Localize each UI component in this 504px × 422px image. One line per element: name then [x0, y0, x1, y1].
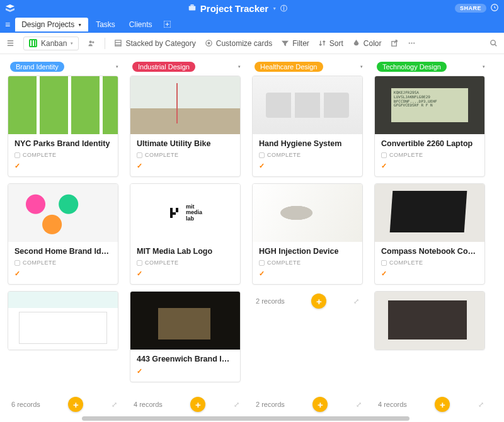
kanban-card[interactable]: [374, 291, 485, 350]
complete-check-icon: ✓: [381, 162, 387, 170]
kanban-card[interactable]: KQKEJFR29SALUVSLJAKNFLG0E29BFCCONF....DP…: [374, 76, 485, 177]
checkbox-icon: [137, 260, 142, 266]
tab-label: Clients: [129, 20, 152, 29]
expand-icon[interactable]: ⤢: [478, 401, 484, 409]
card-cover-image: [253, 76, 362, 134]
card-title: Hand Hygiene System: [259, 139, 356, 148]
card-title: HGH Injection Device: [259, 247, 356, 256]
column-header: Healthcare Design▾: [252, 62, 365, 76]
base-title-wrap[interactable]: Project Tracker ▼ ⓘ: [20, 3, 455, 14]
stacked-by-button[interactable]: Stacked by Category: [114, 39, 195, 48]
card-cover-image: [8, 184, 118, 242]
views-menu-button[interactable]: [6, 39, 14, 47]
record-count: 2 records: [256, 401, 285, 408]
filter-label: Filter: [292, 39, 309, 48]
checkbox-icon: [381, 152, 387, 158]
column-body[interactable]: KQKEJFR29SALUVSLJAKNFLG0E29BFCCONF....DP…: [374, 76, 488, 393]
card-status-label: COMPLETE: [389, 259, 423, 266]
kanban-column: Industrial Design▾Ultimate Utility BikeC…: [130, 62, 243, 412]
kanban-icon: [29, 39, 37, 47]
add-record-button[interactable]: +: [435, 397, 450, 412]
chevron-down-icon[interactable]: ▾: [116, 64, 118, 69]
view-toolbar: Kanban ▾ Stacked by Category Customize c…: [0, 33, 504, 54]
card-cover-image: [8, 292, 118, 350]
chevron-down-icon[interactable]: ▾: [483, 64, 485, 69]
chevron-down-icon: ▾: [71, 41, 73, 46]
tab-design-projects[interactable]: Design Projects ▼: [15, 18, 88, 31]
chevron-down-icon[interactable]: ▾: [238, 64, 241, 69]
filter-button[interactable]: Filter: [281, 39, 309, 48]
kanban-card[interactable]: 443 Greenwich Brand Ide…✓: [130, 291, 241, 382]
card-status-label: COMPLETE: [267, 259, 301, 266]
expand-icon[interactable]: ⤢: [112, 401, 117, 409]
card-body: Compass Notebook Comp…COMPLETE✓: [375, 242, 484, 284]
record-count: 6 records: [11, 401, 40, 408]
view-switcher[interactable]: Kanban ▾: [23, 37, 79, 50]
record-count: 4 records: [134, 401, 163, 408]
collaborators-button[interactable]: [88, 39, 96, 47]
customize-label: Customize cards: [216, 39, 272, 48]
column-body[interactable]: Ultimate Utility BikeCOMPLETE✓mitmediala…: [130, 76, 243, 393]
card-status-label: COMPLETE: [23, 152, 57, 158]
column-title-pill[interactable]: Healthcare Design: [255, 62, 323, 72]
add-record-button[interactable]: +: [190, 397, 205, 412]
card-cover-image: [130, 76, 240, 134]
checkbox-icon: [259, 152, 265, 158]
column-title-pill[interactable]: Brand Identity: [10, 62, 64, 72]
svg-point-10: [408, 42, 410, 43]
sort-button[interactable]: Sort: [318, 39, 343, 48]
kanban-card[interactable]: HGH Injection DeviceCOMPLETE✓: [252, 183, 363, 285]
column-title-pill[interactable]: Technology Design: [377, 62, 447, 72]
chevron-down-icon: ▼: [272, 6, 277, 11]
complete-check-icon: ✓: [137, 270, 143, 278]
chevron-down-icon[interactable]: ▾: [360, 64, 363, 69]
divider: [105, 38, 105, 49]
hamburger-icon[interactable]: ≡: [5, 20, 10, 30]
logo-icon[interactable]: [5, 3, 15, 13]
kanban-card[interactable]: Second Home Brand Iden…COMPLETE✓: [8, 183, 118, 285]
card-body: NYC Parks Brand IdentityCOMPLETE✓: [8, 134, 118, 176]
kanban-card[interactable]: Compass Notebook Comp…COMPLETE✓: [374, 183, 485, 285]
card-status-row: COMPLETE: [381, 259, 478, 266]
kanban-board[interactable]: Brand Identity▾NYC Parks Brand IdentityC…: [0, 54, 504, 417]
add-record-button[interactable]: +: [68, 397, 83, 412]
tab-tasks[interactable]: Tasks: [89, 18, 122, 31]
add-record-button[interactable]: +: [312, 397, 328, 412]
expand-icon[interactable]: ⤢: [356, 401, 362, 409]
add-record-button[interactable]: +: [311, 294, 326, 309]
complete-check-icon: ✓: [259, 270, 265, 278]
app-header: Project Tracker ▼ ⓘ SHARE ≡ Design Proje…: [0, 0, 504, 33]
info-icon[interactable]: ⓘ: [280, 4, 287, 13]
color-button[interactable]: Color: [352, 39, 382, 48]
card-status-label: COMPLETE: [267, 152, 301, 158]
color-label: Color: [364, 39, 382, 48]
kanban-card[interactable]: [8, 291, 118, 350]
horizontal-scrollbar[interactable]: [82, 416, 410, 421]
history-icon[interactable]: [490, 3, 499, 14]
expand-icon[interactable]: ⤢: [353, 297, 359, 305]
svg-point-13: [491, 40, 495, 45]
column-body[interactable]: Hand Hygiene SystemCOMPLETE✓HGH Injectio…: [252, 76, 365, 393]
share-button[interactable]: SHARE: [455, 4, 486, 13]
card-title: Compass Notebook Comp…: [381, 247, 478, 256]
card-cover-image: [8, 76, 118, 134]
card-body: 443 Greenwich Brand Ide…✓: [130, 350, 240, 382]
expand-icon[interactable]: ⤢: [234, 401, 239, 409]
search-button[interactable]: [490, 39, 498, 47]
card-status-label: COMPLETE: [145, 152, 179, 158]
more-button[interactable]: [408, 39, 416, 47]
kanban-card[interactable]: Ultimate Utility BikeCOMPLETE✓: [130, 76, 241, 177]
tab-clients[interactable]: Clients: [123, 18, 159, 31]
column-body[interactable]: NYC Parks Brand IdentityCOMPLETE✓Second …: [8, 76, 121, 393]
add-table-button[interactable]: [160, 20, 175, 30]
kanban-card[interactable]: Hand Hygiene SystemCOMPLETE✓: [252, 76, 363, 177]
share-view-button[interactable]: [391, 39, 399, 47]
customize-cards-button[interactable]: Customize cards: [205, 39, 272, 48]
svg-point-11: [411, 42, 412, 43]
header-top-row: Project Tracker ▼ ⓘ SHARE: [0, 0, 504, 16]
card-body: Second Home Brand Iden…COMPLETE✓: [8, 242, 118, 284]
kanban-card[interactable]: mitmedialabMIT Media Lab LogoCOMPLETE✓: [130, 183, 241, 285]
kanban-card[interactable]: NYC Parks Brand IdentityCOMPLETE✓: [8, 76, 118, 177]
card-title: Convertible 2260 Laptop: [381, 139, 478, 148]
column-title-pill[interactable]: Industrial Design: [132, 62, 195, 72]
